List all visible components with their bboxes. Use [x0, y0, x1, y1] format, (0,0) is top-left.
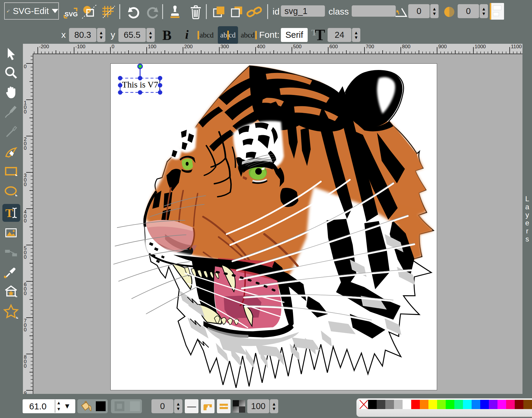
svg-text:0: 0	[24, 182, 26, 187]
svg-text:0: 0	[24, 363, 26, 369]
svg-text:700: 700	[366, 44, 374, 49]
svg-text:300: 300	[220, 44, 229, 49]
svg-text:-200: -200	[39, 44, 49, 49]
svg-text:100: 100	[148, 44, 156, 49]
svg-text:1100: 1100	[511, 44, 522, 49]
svg-text:200: 200	[184, 44, 193, 49]
svg-text:400: 400	[257, 44, 265, 49]
svg-text:0: 0	[24, 218, 26, 224]
svg-text:0: 0	[112, 44, 114, 49]
svg-text:-100: -100	[75, 44, 85, 49]
svg-text:800: 800	[402, 44, 410, 49]
svg-text:600: 600	[329, 44, 338, 49]
svg-text:900: 900	[438, 44, 447, 49]
svg-text:0: 0	[24, 254, 26, 260]
svg-text:0: 0	[24, 145, 26, 151]
svg-text:This is V7: This is V7	[122, 80, 158, 89]
svg-text:SVG: SVG	[65, 11, 78, 18]
svg-text:500: 500	[293, 44, 301, 49]
svg-text:1000: 1000	[475, 44, 486, 49]
svg-text:0: 0	[24, 109, 26, 115]
svg-text:0: 0	[24, 64, 26, 69]
svg-text:9: 9	[24, 391, 26, 394]
svg-text:0: 0	[24, 291, 26, 296]
svg-text:0: 0	[24, 327, 26, 333]
svg-text:T: T	[5, 206, 13, 220]
